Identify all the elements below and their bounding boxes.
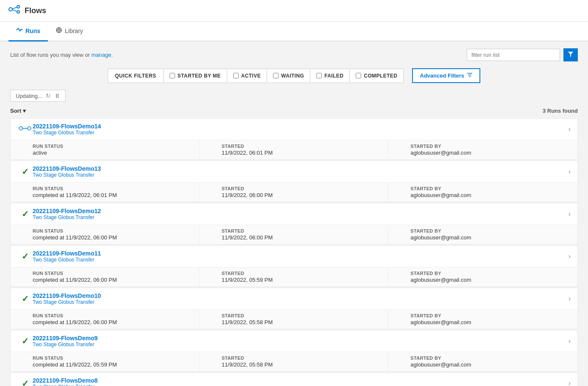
- started-cell: STARTED 11/9/2022, 06:00 PM: [200, 225, 389, 244]
- started-by-cell: STARTED BY aglobususer@gmail.com: [388, 140, 577, 159]
- filter-completed: COMPLETED: [350, 69, 403, 82]
- run-subtitle[interactable]: Two Stage Globus Transfer: [33, 342, 568, 347]
- run-status-icon: ✓: [17, 336, 33, 346]
- run-title[interactable]: 20221109-FlowsDemo14: [33, 123, 568, 130]
- run-status-icon: [17, 124, 33, 135]
- tab-library[interactable]: Library: [48, 22, 91, 42]
- filter-button[interactable]: [563, 48, 578, 61]
- tabs-bar: Runs Library: [0, 22, 588, 42]
- started-by-label: STARTED BY: [410, 313, 571, 318]
- run-header: ✓ 20221109-FlowsDemo8 Two Stage Globus T…: [11, 373, 577, 386]
- library-tab-icon: [56, 27, 62, 35]
- quick-filters-container: QUICK FILTERS STARTED BY ME ACTIVE WAITI…: [10, 68, 578, 83]
- failed-checkbox[interactable]: [316, 73, 322, 78]
- started-value: 11/9/2022, 05:58 PM: [222, 319, 382, 325]
- tab-runs[interactable]: Runs: [8, 22, 48, 42]
- started-by-cell: STARTED BY aglobususer@gmail.com: [388, 352, 577, 371]
- run-status-icon: ✓: [17, 167, 33, 177]
- completed-run-icon: ✓: [22, 209, 29, 219]
- run-chevron-icon[interactable]: ›: [568, 125, 571, 133]
- run-header: ✓ 20221109-FlowsDemo13 Two Stage Globus …: [11, 161, 577, 182]
- started-label: STARTED: [222, 313, 382, 318]
- started-cell: STARTED 11/9/2022, 06:00 PM: [200, 183, 389, 202]
- waiting-checkbox[interactable]: [273, 73, 279, 78]
- started-by-me-label[interactable]: STARTED BY ME: [178, 73, 221, 79]
- active-checkbox[interactable]: [233, 73, 239, 78]
- run-chevron-icon[interactable]: ›: [568, 210, 571, 218]
- run-chevron-icon[interactable]: ›: [568, 253, 571, 260]
- run-header: ✓ 20221109-FlowsDemo11 Two Stage Globus …: [11, 246, 577, 267]
- completed-run-icon: ✓: [22, 294, 29, 304]
- svg-point-1: [17, 6, 20, 8]
- updating-label: Updating...: [16, 93, 42, 99]
- filter-input[interactable]: [467, 49, 560, 61]
- run-title[interactable]: 20221109-FlowsDemo10: [33, 292, 568, 299]
- manage-link[interactable]: manage.: [91, 52, 113, 58]
- run-title[interactable]: 20221109-FlowsDemo8: [33, 377, 568, 384]
- started-value: 11/9/2022, 06:01 PM: [222, 150, 382, 156]
- run-title[interactable]: 20221109-FlowsDemo13: [33, 165, 568, 172]
- started-by-value: aglobususer@gmail.com: [410, 234, 571, 241]
- svg-line-4: [12, 10, 17, 11]
- run-subtitle[interactable]: Two Stage Globus Transfer: [33, 130, 568, 136]
- advanced-filters-icon: [467, 72, 473, 79]
- started-label: STARTED: [222, 271, 382, 276]
- run-status-icon: ✓: [17, 294, 33, 304]
- sort-button[interactable]: Sort ▾: [10, 108, 26, 114]
- run-subtitle[interactable]: Two Stage Globus Transfer: [33, 384, 568, 386]
- run-chevron-icon[interactable]: ›: [568, 337, 571, 345]
- run-item: ✓ 20221109-FlowsDemo11 Two Stage Globus …: [10, 245, 578, 287]
- run-status-value: completed at 11/9/2022, 06:00 PM: [33, 234, 192, 241]
- run-subtitle[interactable]: Two Stage Globus Transfer: [33, 257, 568, 263]
- run-status-value: completed at 11/9/2022, 06:00 PM: [33, 277, 192, 283]
- run-subtitle[interactable]: Two Stage Globus Transfer: [33, 172, 568, 178]
- run-details: RUN STATUS active STARTED 11/9/2022, 06:…: [11, 140, 577, 159]
- run-status-value: active: [33, 150, 192, 156]
- refresh-icon[interactable]: ↻: [46, 92, 51, 99]
- active-label[interactable]: ACTIVE: [241, 73, 261, 79]
- started-by-value: aglobususer@gmail.com: [410, 150, 571, 156]
- run-item: ✓ 20221109-FlowsDemo10 Two Stage Globus …: [10, 288, 578, 329]
- completed-run-icon: ✓: [22, 251, 29, 261]
- run-status-label: RUN STATUS: [33, 271, 192, 276]
- started-value: 11/9/2022, 05:58 PM: [222, 361, 382, 368]
- run-subtitle[interactable]: Two Stage Globus Transfer: [33, 214, 568, 220]
- started-by-label: STARTED BY: [410, 355, 571, 361]
- failed-label[interactable]: FAILED: [324, 73, 343, 79]
- run-title[interactable]: 20221109-FlowsDemo9: [33, 335, 568, 342]
- filter-active: ACTIVE: [227, 69, 267, 82]
- run-status-cell: RUN STATUS completed at 11/9/2022, 06:00…: [11, 225, 200, 244]
- toolbar-row: List of flow runs you may view or manage…: [10, 48, 578, 61]
- run-subtitle[interactable]: Two Stage Globus Transfer: [33, 299, 568, 305]
- advanced-filters-button[interactable]: Advanced Filters: [412, 68, 480, 83]
- started-by-me-checkbox[interactable]: [170, 73, 175, 78]
- run-title[interactable]: 20221109-FlowsDemo12: [33, 208, 568, 214]
- started-by-label: STARTED BY: [410, 144, 571, 149]
- started-cell: STARTED 11/9/2022, 05:59 PM: [200, 267, 389, 286]
- run-title[interactable]: 20221109-FlowsDemo11: [33, 250, 568, 257]
- svg-point-0: [9, 8, 12, 11]
- waiting-label[interactable]: WAITING: [281, 73, 304, 79]
- run-details: RUN STATUS completed at 11/9/2022, 06:00…: [11, 267, 577, 286]
- svg-point-15: [19, 127, 22, 130]
- library-tab-label: Library: [65, 28, 83, 34]
- run-status-cell: RUN STATUS completed at 11/9/2022, 05:59…: [11, 352, 200, 371]
- run-title-area: 20221109-FlowsDemo9 Two Stage Globus Tra…: [33, 335, 568, 347]
- run-title-area: 20221109-FlowsDemo12 Two Stage Globus Tr…: [33, 208, 568, 220]
- filter-started-by-me: STARTED BY ME: [164, 69, 227, 82]
- app-header: Flows: [0, 0, 588, 22]
- started-by-value: aglobususer@gmail.com: [410, 361, 571, 368]
- description: List of flow runs you may view or manage…: [10, 52, 113, 58]
- run-chevron-icon[interactable]: ›: [568, 380, 571, 386]
- completed-checkbox[interactable]: [356, 73, 361, 78]
- run-chevron-icon[interactable]: ›: [568, 168, 571, 175]
- run-details: RUN STATUS completed at 11/9/2022, 06:00…: [11, 309, 577, 329]
- run-status-label: RUN STATUS: [33, 355, 192, 361]
- svg-marker-11: [568, 52, 573, 57]
- run-chevron-icon[interactable]: ›: [568, 295, 571, 303]
- completed-label[interactable]: COMPLETED: [364, 73, 397, 79]
- run-item: 20221109-FlowsDemo14 Two Stage Globus Tr…: [10, 118, 578, 160]
- pause-icon[interactable]: ⏸: [54, 92, 60, 99]
- started-by-cell: STARTED BY aglobususer@gmail.com: [388, 183, 577, 202]
- run-status-value: completed at 11/9/2022, 06:00 PM: [33, 319, 192, 325]
